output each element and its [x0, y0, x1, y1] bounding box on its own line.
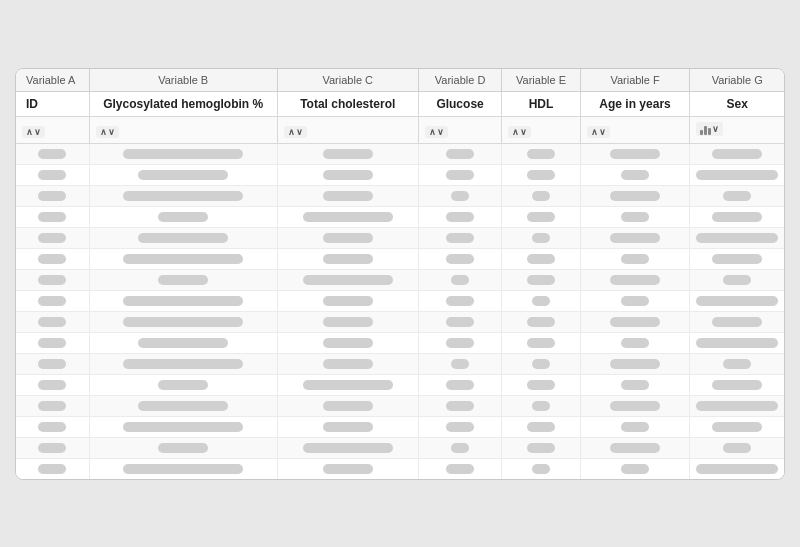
col-hdl: HDL — [502, 91, 580, 116]
table-cell — [16, 458, 89, 479]
table-cell — [277, 353, 418, 374]
table-cell — [690, 143, 784, 164]
sort-down-icon: ∨ — [712, 124, 719, 134]
sort-control-sex[interactable]: ∨ — [696, 122, 723, 136]
table-cell — [277, 311, 418, 332]
table-cell — [690, 353, 784, 374]
table-row — [16, 374, 784, 395]
sort-control-id[interactable]: ∧ ∨ — [22, 126, 45, 138]
table-cell — [16, 206, 89, 227]
table-cell — [89, 143, 277, 164]
table-cell — [580, 185, 690, 206]
table-cell — [580, 290, 690, 311]
table-cell — [418, 458, 502, 479]
table-cell — [418, 353, 502, 374]
sort-control-glycosylated[interactable]: ∧ ∨ — [96, 126, 119, 138]
sort-up-icon: ∧ — [591, 127, 598, 137]
table-cell — [502, 227, 580, 248]
column-name-row: ID Glycosylated hemoglobin % Total chole… — [16, 91, 784, 116]
col-age: Age in years — [580, 91, 690, 116]
table-cell — [16, 227, 89, 248]
table-cell — [502, 185, 580, 206]
table-cell — [277, 458, 418, 479]
table-cell — [277, 332, 418, 353]
table-cell — [580, 164, 690, 185]
sort-id[interactable]: ∧ ∨ — [16, 116, 89, 143]
sort-sex[interactable]: ∨ — [690, 116, 784, 143]
table-cell — [418, 227, 502, 248]
table-cell — [580, 353, 690, 374]
table-row — [16, 290, 784, 311]
table-cell — [418, 206, 502, 227]
table-cell — [418, 374, 502, 395]
table-cell — [580, 437, 690, 458]
table-cell — [89, 311, 277, 332]
table-cell — [690, 290, 784, 311]
sort-up-icon: ∧ — [288, 127, 295, 137]
table-cell — [89, 164, 277, 185]
table-cell — [502, 416, 580, 437]
table-cell — [690, 269, 784, 290]
table-cell — [580, 332, 690, 353]
sort-down-icon: ∨ — [108, 127, 115, 137]
table-cell — [690, 437, 784, 458]
table-cell — [502, 311, 580, 332]
sort-control-cholesterol[interactable]: ∧ ∨ — [284, 126, 307, 138]
variable-c-header: Variable C — [277, 69, 418, 92]
table-cell — [89, 374, 277, 395]
table-cell — [277, 143, 418, 164]
table-cell — [16, 248, 89, 269]
table-cell — [89, 416, 277, 437]
table-cell — [690, 248, 784, 269]
table-cell — [690, 185, 784, 206]
sort-glucose[interactable]: ∧ ∨ — [418, 116, 502, 143]
table-cell — [277, 269, 418, 290]
table-cell — [580, 269, 690, 290]
sort-up-icon: ∧ — [100, 127, 107, 137]
table-cell — [690, 311, 784, 332]
table-cell — [580, 227, 690, 248]
variable-g-header: Variable G — [690, 69, 784, 92]
table-cell — [89, 227, 277, 248]
table-row — [16, 311, 784, 332]
table-cell — [418, 143, 502, 164]
sort-cholesterol[interactable]: ∧ ∨ — [277, 116, 418, 143]
sort-down-icon: ∨ — [437, 127, 444, 137]
table-cell — [690, 164, 784, 185]
sort-control-glucose[interactable]: ∧ ∨ — [425, 126, 448, 138]
table-cell — [418, 311, 502, 332]
table-cell — [502, 143, 580, 164]
table-body — [16, 143, 784, 479]
table-cell — [690, 227, 784, 248]
table-cell — [89, 458, 277, 479]
table-cell — [690, 458, 784, 479]
table-cell — [89, 353, 277, 374]
sort-control-hdl[interactable]: ∧ ∨ — [508, 126, 531, 138]
table-cell — [502, 290, 580, 311]
table-row — [16, 437, 784, 458]
table-cell — [277, 290, 418, 311]
table-row — [16, 332, 784, 353]
table-row — [16, 269, 784, 290]
table-cell — [502, 248, 580, 269]
table-cell — [502, 458, 580, 479]
sort-down-icon: ∨ — [296, 127, 303, 137]
table-cell — [418, 332, 502, 353]
table-row — [16, 164, 784, 185]
table-cell — [418, 395, 502, 416]
col-sex: Sex — [690, 91, 784, 116]
sort-down-icon: ∨ — [520, 127, 527, 137]
table-row — [16, 227, 784, 248]
table-cell — [690, 395, 784, 416]
table-cell — [16, 353, 89, 374]
sort-glycosylated[interactable]: ∧ ∨ — [89, 116, 277, 143]
variable-e-header: Variable E — [502, 69, 580, 92]
sort-hdl[interactable]: ∧ ∨ — [502, 116, 580, 143]
sort-control-age[interactable]: ∧ ∨ — [587, 126, 610, 138]
sort-up-icon: ∧ — [512, 127, 519, 137]
variable-f-header: Variable F — [580, 69, 690, 92]
table-cell — [580, 374, 690, 395]
table-cell — [418, 164, 502, 185]
variable-header-row: Variable A Variable B Variable C Variabl… — [16, 69, 784, 92]
sort-age[interactable]: ∧ ∨ — [580, 116, 690, 143]
